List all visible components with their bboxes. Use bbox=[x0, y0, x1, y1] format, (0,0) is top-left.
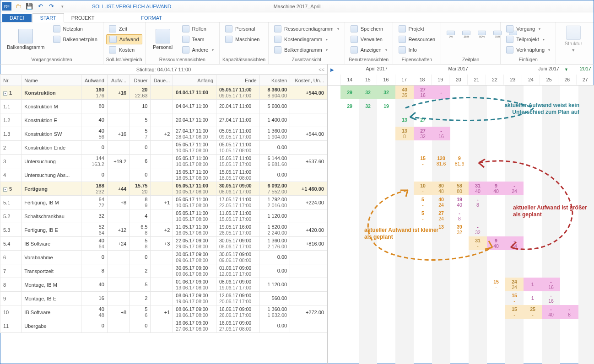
table-row[interactable]: 1.2Konstruktion E40520.04.17 11:0027.04.… bbox=[0, 113, 327, 127]
timeline-cell[interactable]: 29 bbox=[340, 99, 359, 113]
teilprojekt-button[interactable]: Teilprojekt▾ bbox=[503, 34, 553, 44]
timeline-cell[interactable]: 2716 bbox=[414, 86, 432, 99]
col-header[interactable]: Name bbox=[22, 75, 81, 86]
kosten-button[interactable]: Kosten bbox=[106, 45, 142, 55]
aufwand-button[interactable]: Aufwand bbox=[106, 34, 142, 44]
timeline-cell[interactable]: 5- bbox=[414, 195, 432, 209]
open-icon[interactable]: 🗀 bbox=[14, 2, 22, 11]
timeline-cell[interactable]: 32 bbox=[359, 86, 377, 99]
table-row[interactable]: 5.3Fertigung, IB E5264+126.58+211.05.17 … bbox=[0, 223, 327, 237]
balkennetzplan-button[interactable]: Balkennetzplan bbox=[50, 34, 100, 44]
resdiag-button[interactable]: Ressourcendiagramm▾ bbox=[271, 24, 342, 34]
expander-icon[interactable]: - bbox=[3, 91, 7, 96]
timeline-cell[interactable]: -40 bbox=[542, 305, 560, 319]
kostdiag-button[interactable]: Kostendiagramm▾ bbox=[271, 34, 342, 44]
timeline-cell[interactable]: 31- bbox=[469, 236, 487, 250]
timeline-cell[interactable]: - bbox=[432, 86, 450, 99]
anzeigen-button[interactable]: Anzeigen▾ bbox=[348, 45, 390, 55]
table-row[interactable]: -1Konstruktion160176+162022.6304.04.17 1… bbox=[0, 86, 327, 100]
timeline-cell[interactable]: 13 bbox=[395, 113, 414, 127]
timeline-cell[interactable]: 15- bbox=[414, 154, 432, 168]
speichern-button[interactable]: Speichern bbox=[348, 24, 390, 34]
tab-projekt[interactable]: PROJEKT bbox=[64, 14, 102, 22]
timeline-cell[interactable]: 940 bbox=[487, 236, 505, 250]
timeline-cell[interactable]: 1 bbox=[524, 278, 542, 291]
expander-icon[interactable]: - bbox=[3, 187, 7, 192]
timeline-cell[interactable]: -16 bbox=[542, 278, 560, 291]
table-row[interactable]: 2Konstruktion Ende0005.05.17 11:0010.05.… bbox=[0, 141, 327, 155]
andere-button[interactable]: Andere▾ bbox=[179, 45, 216, 55]
timeline-cell[interactable]: 1940 bbox=[450, 195, 469, 209]
table-row[interactable]: 5.2Schaltschrankbau32405.05.17 11:0010.0… bbox=[0, 209, 327, 223]
timeline-cell[interactable]: 4035 bbox=[395, 86, 414, 99]
col-header[interactable]: Aufw... bbox=[107, 75, 129, 86]
timeline-cell[interactable]: -8 bbox=[450, 209, 469, 223]
timeline-cell[interactable]: 19 bbox=[377, 99, 395, 113]
personal-button[interactable]: Personal bbox=[148, 24, 178, 55]
tab-datei[interactable]: DATEI bbox=[2, 14, 32, 22]
col-header[interactable]: Daue... bbox=[151, 75, 173, 86]
kap-personal-button[interactable]: Personal bbox=[222, 24, 262, 34]
timeline-cell[interactable]: 2424 bbox=[505, 278, 524, 291]
timeline-cell[interactable]: -16 bbox=[542, 291, 560, 305]
timeline-cell[interactable]: 32 bbox=[359, 99, 377, 113]
col-header[interactable]: Nr. bbox=[0, 75, 22, 86]
col-header[interactable]: Anfang bbox=[173, 75, 216, 86]
timeline-cell[interactable]: -8 bbox=[560, 305, 578, 319]
col-header[interactable]: Dauer bbox=[130, 75, 151, 86]
eig-ressourcen-button[interactable]: Ressourcen bbox=[396, 34, 438, 44]
timeline-cell[interactable]: 2724 bbox=[432, 209, 450, 223]
zoom-0[interactable]: 0% bbox=[444, 30, 458, 39]
timeline-cell[interactable]: 8048 bbox=[432, 182, 450, 195]
timeline-cell[interactable]: 32 bbox=[377, 86, 395, 99]
timeline-cell[interactable]: 25- bbox=[524, 305, 542, 319]
timeline-cell[interactable]: -24 bbox=[505, 182, 524, 195]
eig-info-button[interactable]: Info bbox=[396, 45, 438, 55]
team-button[interactable]: Team bbox=[179, 34, 216, 44]
tab-start[interactable]: START bbox=[32, 13, 64, 22]
qat-customize-icon[interactable]: ▾ bbox=[58, 2, 66, 11]
timeline-cell[interactable]: 15- bbox=[487, 278, 505, 291]
netzplan-button[interactable]: Netzplan bbox=[50, 24, 100, 34]
timeline-cell[interactable]: 10- bbox=[414, 182, 432, 195]
task-grid[interactable]: Nr.NameAufwandAufw...DauerDaue...AnfangE… bbox=[0, 75, 327, 333]
timeline-cell[interactable]: 1 bbox=[524, 291, 542, 305]
balkdiag-button[interactable]: Balkendiagramm▾ bbox=[271, 45, 342, 55]
zoom-25[interactable]: 25% bbox=[459, 30, 473, 39]
timeline-cell[interactable]: -8 bbox=[469, 195, 487, 209]
verknuepfung-button[interactable]: Verknüpfung▾ bbox=[503, 45, 553, 55]
table-row[interactable]: -5Fertigung188232+4415.752005.05.17 11:0… bbox=[0, 182, 327, 196]
table-row[interactable]: 6Vorabnahme0030.05.17 09:0009.06.17 08:0… bbox=[0, 251, 327, 264]
table-row[interactable]: 5.1Fertigung, IB M6472+889+105.05.17 11:… bbox=[0, 196, 327, 209]
timeline-cell[interactable]: 15- bbox=[505, 291, 524, 305]
tab-format[interactable]: FORMAT bbox=[134, 14, 169, 22]
vorgang-button[interactable]: Vorgang▾ bbox=[503, 24, 553, 34]
timeline-cell[interactable]: 3932 bbox=[450, 223, 469, 236]
timeline-cell[interactable]: 15- bbox=[505, 305, 524, 319]
timeline-cell[interactable]: 981.6 bbox=[450, 154, 469, 168]
table-row[interactable]: 5.4IB Software4064+2458+322.05.17 09:002… bbox=[0, 237, 327, 251]
table-row[interactable]: 9Montage, IB E16208.06.17 09:0019.06.17 … bbox=[0, 292, 327, 305]
col-header[interactable]: Kosten, Un... bbox=[290, 75, 327, 86]
eig-projekt-button[interactable]: Projekt bbox=[396, 24, 438, 34]
timeline-cell[interactable]: -24 bbox=[505, 236, 524, 250]
timeline-cell[interactable]: 27 bbox=[414, 113, 432, 127]
table-row[interactable]: 3Untersuchung144163.2+19.2605.05.17 11:0… bbox=[0, 155, 327, 168]
struktur-button[interactable]: Struktur▾ bbox=[559, 24, 588, 55]
kap-maschinen-button[interactable]: Maschinen bbox=[222, 34, 262, 44]
rollen-button[interactable]: Rollen bbox=[179, 24, 216, 34]
timeline-cell[interactable]: -32 bbox=[469, 223, 487, 236]
table-row[interactable]: 4Untersuchung Abs...0015.05.17 11:0018.0… bbox=[0, 168, 327, 182]
timeline-cell[interactable]: -16 bbox=[432, 127, 450, 140]
col-header[interactable]: Ende bbox=[216, 75, 260, 86]
timeline-cell[interactable]: 5880 bbox=[450, 182, 469, 195]
timeline-cell[interactable]: 138 bbox=[395, 127, 414, 140]
save-icon[interactable]: 💾 bbox=[25, 2, 33, 11]
timeline-cell[interactable]: 2732 bbox=[414, 127, 432, 140]
balkendiagramm-button[interactable]: Balkendiagramm bbox=[3, 24, 49, 55]
timeline-cell[interactable]: 3140 bbox=[469, 182, 487, 195]
timeline-cell[interactable]: 5- bbox=[414, 209, 432, 223]
timeline-cell[interactable]: 940 bbox=[487, 182, 505, 195]
timeline-cell[interactable]: 12081.6 bbox=[432, 154, 450, 168]
table-row[interactable]: 11Übergabe0016.06.17 09:0027.06.17 08:00… bbox=[0, 319, 327, 333]
